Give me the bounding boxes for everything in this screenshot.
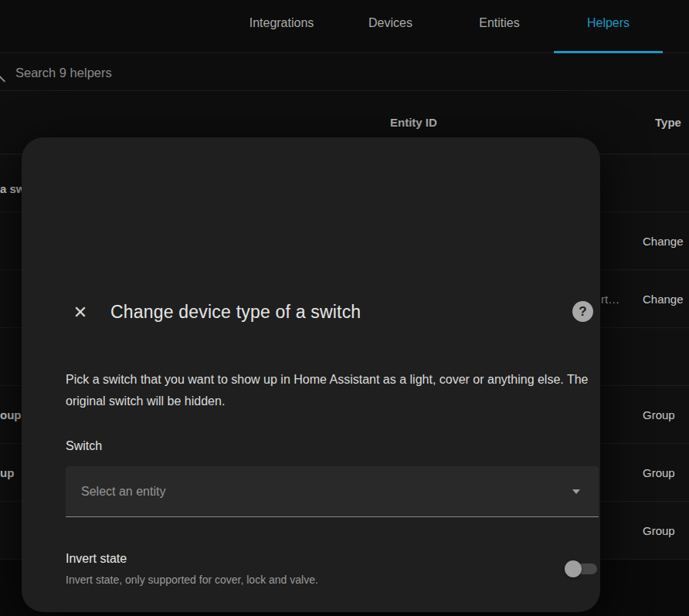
row-type: Change: [643, 293, 684, 306]
switch-field-label: Switch: [66, 439, 102, 453]
invert-state-label: Invert state: [66, 552, 127, 566]
config-tabs: Integrations Devices Entities Helpers: [227, 0, 663, 46]
search-input[interactable]: [15, 54, 672, 91]
row-type: Group: [643, 524, 675, 537]
active-tab-underline: [554, 51, 663, 53]
row-type: Change: [643, 235, 684, 248]
search-bar: [0, 54, 689, 91]
row-type: Group: [643, 466, 675, 479]
column-header-entity-id: Entity ID: [390, 116, 437, 129]
row-name: up: [0, 466, 14, 479]
dialog-description: Pick a switch that you want to show up i…: [66, 369, 602, 412]
chevron-down-icon: [572, 489, 580, 494]
tab-devices[interactable]: Devices: [336, 0, 445, 46]
tab-helpers[interactable]: Helpers: [554, 0, 663, 46]
entity-picker[interactable]: Select an entity: [66, 466, 599, 517]
tab-label: Devices: [368, 16, 412, 30]
tab-entities[interactable]: Entities: [445, 0, 554, 46]
column-header-type: Type: [655, 116, 681, 129]
toggle-thumb: [565, 560, 582, 577]
tab-label: Integrations: [249, 16, 314, 30]
tab-integrations[interactable]: Integrations: [227, 0, 336, 46]
dialog-title: Change device type of a switch: [110, 302, 361, 323]
change-device-type-dialog: ✕ Change device type of a switch ? Pick …: [22, 137, 600, 612]
row-entity-id: rt…: [601, 293, 619, 306]
top-tab-bar: Integrations Devices Entities Helpers: [0, 0, 689, 53]
row-name: oup: [0, 408, 22, 421]
tab-label: Entities: [479, 16, 519, 30]
row-type: Group: [643, 408, 675, 421]
help-icon[interactable]: ?: [572, 301, 593, 322]
invert-state-toggle[interactable]: [565, 560, 597, 577]
tab-label: Helpers: [587, 16, 630, 30]
close-icon[interactable]: ✕: [65, 301, 96, 324]
entity-picker-placeholder: Select an entity: [81, 466, 165, 516]
invert-state-description: Invert state, only supported for cover, …: [66, 574, 318, 586]
